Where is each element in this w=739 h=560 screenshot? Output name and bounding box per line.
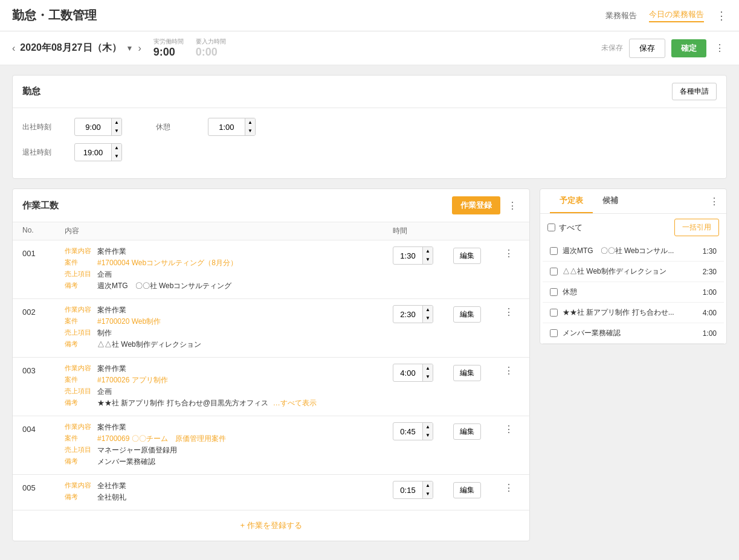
time-up-003[interactable]: ▲: [423, 364, 433, 373]
bulk-import-button[interactable]: 一括引用: [674, 219, 719, 236]
row-content-005: 作業内容 全社作業 備考 全社朝礼: [65, 481, 393, 504]
page-title: 勤怠・工数管理: [12, 7, 605, 24]
row-no-003: 003: [22, 364, 65, 375]
register-work-button[interactable]: 作業登録: [452, 196, 500, 214]
apply-button[interactable]: 各種申請: [672, 83, 717, 100]
schedule-time-1: 2:30: [695, 268, 717, 276]
row-more-icon-005[interactable]: ⋮: [502, 482, 516, 494]
list-item: ★★社 新アプリ制作 打ち合わせ... 4:00: [543, 303, 724, 323]
row-no-004: 004: [22, 422, 65, 434]
actual-hours-label: 実労働時間: [153, 37, 184, 46]
right-panel-more-icon[interactable]: ⋮: [707, 196, 721, 207]
edit-button-004[interactable]: 編集: [453, 423, 481, 440]
checkout-label: 退社時刻: [22, 147, 65, 158]
edit-button-002[interactable]: 編集: [453, 306, 481, 323]
toolbar-more-icon[interactable]: ⋮: [712, 42, 727, 54]
list-item: 休憩 1:00: [543, 282, 724, 303]
confirm-button[interactable]: 確定: [671, 39, 706, 57]
edit-button-003[interactable]: 編集: [453, 365, 481, 381]
select-all-checkbox-label[interactable]: すべて: [547, 222, 674, 233]
actual-hours-value: 9:00: [153, 46, 184, 59]
select-all-label: すべて: [559, 222, 582, 233]
schedule-time-3: 4:00: [695, 309, 717, 317]
checkin-label: 出社時刻: [22, 122, 65, 132]
rest-input[interactable]: [208, 120, 245, 134]
select-all-checkbox[interactable]: [547, 224, 555, 231]
checkout-input-wrap: ▲ ▼: [74, 143, 122, 161]
current-date: 2020年08月27日（木）: [20, 42, 121, 54]
checkout-down-button[interactable]: ▼: [112, 152, 121, 161]
row-more-icon-001[interactable]: ⋮: [502, 248, 516, 259]
time-field-004[interactable]: [393, 425, 422, 439]
add-work-link[interactable]: + 作業を登録する: [240, 520, 302, 531]
save-button[interactable]: 保存: [629, 39, 665, 58]
checkout-input[interactable]: [75, 146, 111, 159]
tab-schedule[interactable]: 予定表: [550, 189, 593, 213]
checkin-input[interactable]: [75, 120, 111, 134]
rest-up-button[interactable]: ▲: [245, 118, 255, 127]
date-dropdown-icon[interactable]: ▼: [126, 44, 134, 53]
row-content-004: 作業内容 案件作業 案件 #1700069 〇〇チーム 原価管理用案件 売上項目…: [65, 422, 393, 468]
schedule-checkbox-2[interactable]: [550, 288, 558, 296]
schedule-checkbox-0[interactable]: [550, 247, 558, 255]
col-action: [502, 226, 520, 236]
schedule-checkbox-1[interactable]: [550, 268, 558, 275]
row-content-003: 作業内容 案件作業 案件 #1700026 アプリ制作 売上項目 企画: [65, 364, 393, 410]
tab-candidate[interactable]: 候補: [593, 189, 628, 213]
schedule-name-4: メンバー業務確認: [563, 328, 691, 338]
work-more-icon[interactable]: ⋮: [505, 200, 520, 211]
list-item: メンバー業務確認 1:00: [543, 323, 724, 344]
time-down-005[interactable]: ▼: [423, 490, 433, 498]
rest-input-wrap: ▲ ▼: [208, 118, 256, 136]
col-edit: [453, 226, 502, 236]
input-hours-label: 要入力時間: [196, 37, 226, 46]
list-item: 週次MTG 〇〇社 Webコンサル... 1:30: [543, 241, 724, 262]
row-no-002: 002: [22, 305, 65, 317]
checkin-up-button[interactable]: ▲: [112, 118, 121, 127]
edit-button-001[interactable]: 編集: [453, 248, 481, 264]
header-more-icon[interactable]: ⋮: [716, 9, 727, 22]
time-up-002[interactable]: ▲: [423, 306, 433, 314]
row-content-001: 作業内容 案件作業 案件 #1700004 Webコンサルティング（8月分） 売…: [65, 246, 393, 292]
schedule-checkbox-3[interactable]: [550, 309, 558, 317]
schedule-name-2: 休憩: [563, 287, 691, 297]
time-down-004[interactable]: ▼: [423, 431, 433, 440]
checkout-up-button[interactable]: ▲: [112, 144, 121, 152]
table-row: 004 作業内容 案件作業 案件 #1700069 〇〇チーム 原価管理用案件: [13, 416, 529, 475]
time-up-004[interactable]: ▲: [423, 423, 433, 431]
next-date-button[interactable]: ›: [138, 43, 141, 54]
edit-button-005[interactable]: 編集: [453, 482, 481, 498]
time-up-001[interactable]: ▲: [423, 247, 433, 256]
prev-date-button[interactable]: ‹: [12, 43, 15, 54]
schedule-time-4: 1:00: [695, 329, 717, 338]
time-down-001[interactable]: ▼: [423, 256, 433, 264]
col-time: 時間: [393, 226, 453, 236]
row-more-icon-003[interactable]: ⋮: [502, 365, 516, 376]
time-field-002[interactable]: [393, 307, 422, 321]
time-field-001[interactable]: [393, 249, 422, 263]
row-more-icon-004[interactable]: ⋮: [502, 423, 516, 435]
col-content: 内容: [65, 226, 393, 236]
schedule-list: 週次MTG 〇〇社 Webコンサル... 1:30 △△社 Web制作ディレクシ…: [540, 241, 726, 344]
row-more-icon-002[interactable]: ⋮: [502, 306, 516, 318]
time-down-002[interactable]: ▼: [423, 314, 433, 323]
time-field-003[interactable]: [393, 366, 422, 380]
rest-down-button[interactable]: ▼: [245, 127, 255, 135]
time-field-005[interactable]: [393, 483, 422, 497]
schedule-checkbox-4[interactable]: [550, 329, 558, 337]
table-row: 002 作業内容 案件作業 案件 #1700020 Web制作: [13, 299, 529, 358]
rest-label: 休憩: [156, 122, 198, 132]
list-item: △△社 Web制作ディレクション 2:30: [543, 262, 724, 282]
work-section-title: 作業工数: [22, 200, 452, 211]
time-input-001[interactable]: ▲ ▼: [393, 246, 433, 265]
time-down-003[interactable]: ▼: [423, 373, 433, 381]
today-report-link[interactable]: 今日の業務報告: [649, 9, 704, 22]
report-link[interactable]: 業務報告: [605, 10, 637, 21]
schedule-time-2: 1:00: [695, 288, 717, 297]
row-no-005: 005: [22, 481, 65, 492]
row-content-002: 作業内容 案件作業 案件 #1700020 Web制作 売上項目 制作: [65, 305, 393, 351]
time-up-005[interactable]: ▲: [423, 481, 433, 490]
checkin-down-button[interactable]: ▼: [112, 127, 121, 135]
schedule-name-3: ★★社 新アプリ制作 打ち合わせ...: [563, 307, 691, 318]
schedule-name-1: △△社 Web制作ディレクション: [563, 266, 691, 277]
